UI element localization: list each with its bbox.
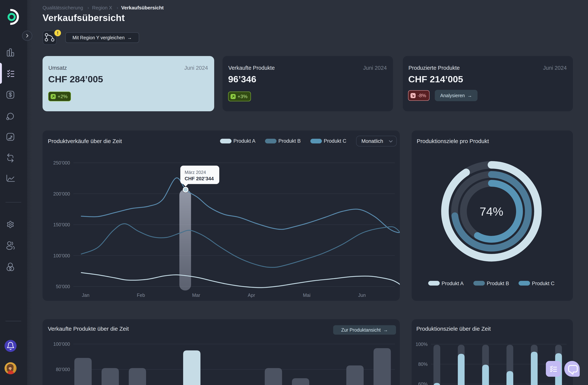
svg-text:250’000: 250’000 xyxy=(53,160,70,165)
svg-text:Jun: Jun xyxy=(358,292,366,298)
svg-text:50’000: 50’000 xyxy=(56,284,70,289)
svg-text:Apr: Apr xyxy=(248,292,255,298)
svg-text:100’000: 100’000 xyxy=(53,253,70,258)
svg-text:Feb: Feb xyxy=(137,292,145,298)
svg-text:Produkt A: Produkt A xyxy=(441,281,463,286)
svg-text:Mar: Mar xyxy=(192,292,200,298)
svg-text:Mai: Mai xyxy=(303,292,310,298)
svg-text:80’000: 80’000 xyxy=(56,367,70,372)
svg-text:200’000: 200’000 xyxy=(53,191,70,196)
svg-text:März 2024: März 2024 xyxy=(185,170,206,175)
svg-text:80%: 80% xyxy=(418,362,428,367)
svg-text:150’000: 150’000 xyxy=(53,222,70,227)
svg-text:100’000: 100’000 xyxy=(53,341,70,347)
svg-text:CHF 202’344: CHF 202’344 xyxy=(185,176,214,181)
svg-text:Jan: Jan xyxy=(82,292,89,298)
svg-text:74%: 74% xyxy=(480,205,503,218)
svg-text:60%: 60% xyxy=(418,382,428,385)
svg-text:100%: 100% xyxy=(416,342,428,347)
svg-text:Produkt C: Produkt C xyxy=(532,281,554,286)
svg-text:Produkt B: Produkt B xyxy=(487,281,509,286)
